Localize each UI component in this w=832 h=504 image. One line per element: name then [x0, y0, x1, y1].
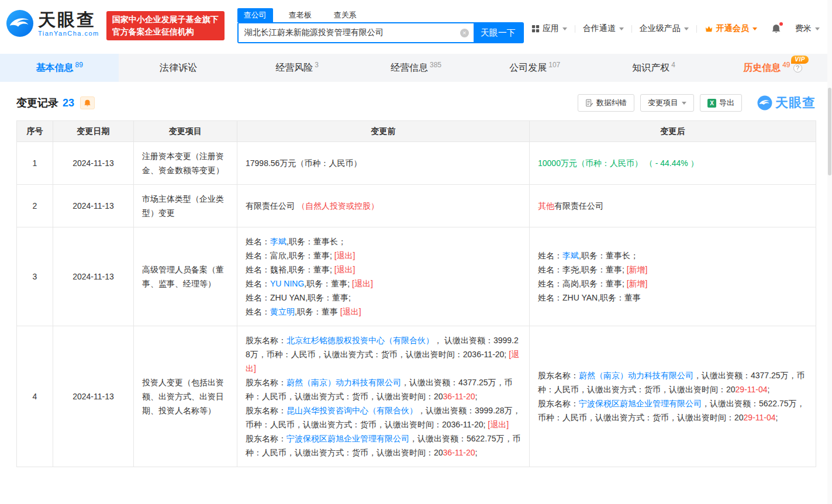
- tab-count: 385: [430, 61, 441, 69]
- notification-bell[interactable]: [765, 24, 788, 34]
- text-segment: 股东名称：: [246, 378, 286, 387]
- entity-link[interactable]: YU NING: [270, 279, 304, 288]
- menu-item-membership[interactable]: 开通会员: [697, 23, 765, 34]
- menu-item-label: 应用: [543, 23, 559, 34]
- chevron-down-icon: [684, 27, 689, 30]
- change-line: 姓名：魏裕,职务：董事; [退出]: [246, 263, 521, 277]
- status-tag: [新增]: [627, 265, 648, 274]
- status-tag: [退出]: [334, 251, 355, 260]
- tab-count: 89: [75, 61, 82, 69]
- status-tag: 36-11-20: [443, 448, 475, 457]
- cell-date: 2024-11-13: [53, 227, 134, 326]
- text-segment: ,职务：董事长；: [579, 251, 638, 260]
- col-header-no: 序号: [17, 121, 53, 142]
- menu-item-cooperation[interactable]: 合作通道: [575, 23, 631, 34]
- cell-before: 姓名：李斌,职务：董事长；姓名：富欣,职务：董事; [退出]姓名：魏裕,职务：董…: [237, 227, 530, 326]
- excel-icon: X: [707, 99, 716, 108]
- certification-badge-line2: 官方备案企业征信机构: [112, 26, 219, 38]
- certification-badge-line1: 国家中小企业发展子基金旗下: [112, 13, 219, 26]
- col-header-after: 变更后: [530, 121, 816, 142]
- entity-link[interactable]: 黄立明: [270, 307, 295, 316]
- cell-no: 1: [17, 142, 53, 185]
- entity-link[interactable]: 蔚然（南京）动力科技有限公司: [286, 378, 401, 387]
- text-segment: ;: [475, 448, 478, 457]
- chevron-down-icon: [562, 27, 567, 30]
- export-button[interactable]: X 导出: [700, 94, 742, 112]
- status-tag: [退出]: [340, 307, 361, 316]
- section-title-group: 变更记录 23: [16, 96, 95, 110]
- entity-link[interactable]: 北京红杉铭德股权投资中心（有限合伙）: [286, 336, 434, 345]
- change-line: 股东名称：北京红杉铭德股权投资中心（有限合伙）， 认缴出资额：3999.28万，…: [246, 333, 521, 375]
- change-line: 姓名：富欣,职务：董事; [退出]: [246, 248, 521, 263]
- detail-nav: 基本信息 89 法律诉讼 经营风险 3 经营信息 385 公司发展 107 知识…: [0, 54, 832, 82]
- entity-link[interactable]: 宁波保税区蔚旭企业管理有限公司: [286, 434, 409, 443]
- status-tag: 29-11-04: [744, 413, 776, 422]
- cell-item: 注册资本变更（注册资金、资金数额等变更）: [134, 142, 237, 185]
- text-segment: 姓名：: [246, 279, 270, 288]
- help-icon[interactable]: ?: [793, 64, 802, 73]
- cell-item: 市场主体类型（企业类型）变更: [134, 185, 237, 227]
- search-tab-company[interactable]: 查公司: [237, 8, 273, 22]
- text-segment: 股东名称：: [246, 434, 286, 443]
- text-segment: 10000万元（币种：人民币） （ - 44.44% ）: [538, 158, 699, 168]
- entity-link[interactable]: 昆山兴华投资咨询中心（有限合伙）: [286, 406, 417, 415]
- entity-link[interactable]: 李斌: [562, 251, 579, 260]
- tab-operation-risk[interactable]: 经营风险 3: [238, 54, 357, 82]
- menu-item-enterprise-products[interactable]: 企业级产品: [632, 23, 696, 34]
- status-tag: （自然人投资或控股）: [297, 201, 379, 210]
- search-tab-boss[interactable]: 查老板: [282, 8, 318, 22]
- text-segment: ;: [768, 385, 770, 394]
- entity-link[interactable]: 蔚然（南京）动力科技有限公司: [579, 371, 693, 380]
- change-line: 姓名：李斌,职务：董事长；: [538, 248, 807, 263]
- tab-legal-proceedings[interactable]: 法律诉讼: [119, 54, 237, 82]
- menu-item-apps[interactable]: 应用: [524, 23, 575, 34]
- status-tag: 其他: [538, 201, 554, 210]
- scrollbar-thumb[interactable]: [828, 88, 831, 175]
- change-line: 股东名称：蔚然（南京）动力科技有限公司，认缴出资额：4377.25万，币种：人民…: [246, 375, 521, 403]
- text-segment: 姓名：富欣,职务：董事;: [246, 251, 334, 260]
- tab-basic-info[interactable]: 基本信息 89: [0, 54, 119, 82]
- subscribe-bell-icon: [84, 99, 91, 107]
- tab-label: 知识产权: [632, 62, 669, 74]
- entity-link[interactable]: 李斌: [270, 237, 286, 246]
- cell-after: 其他有限责任公司: [530, 185, 816, 227]
- section-head: 变更记录 23 数据纠错 变更项目 X 导出: [16, 94, 816, 112]
- table-header-row: 序号 变更日期 变更项目 变更前 变更后: [17, 121, 816, 142]
- status-tag: [新增]: [627, 279, 648, 288]
- search-button[interactable]: 天眼一下: [474, 23, 523, 42]
- text-segment: 姓名：魏裕,职务：董事;: [246, 265, 334, 274]
- search-tab-relation[interactable]: 查关系: [327, 8, 363, 22]
- search-input[interactable]: [239, 23, 474, 42]
- text-segment: 股东名称：: [246, 336, 286, 345]
- change-line: 有限责任公司 （自然人投资或控股）: [246, 199, 521, 213]
- status-tag: [退出]: [488, 420, 509, 429]
- search-tabs: 查公司 查老板 查关系: [237, 8, 524, 22]
- tab-company-development[interactable]: 公司发展 107: [475, 54, 594, 82]
- chevron-down-icon: [619, 27, 624, 30]
- table-row: 22024-11-13市场主体类型（企业类型）变更有限责任公司 （自然人投资或控…: [17, 185, 816, 227]
- menu-item-label: 合作通道: [583, 23, 616, 34]
- subscribe-bell-button[interactable]: [80, 96, 95, 109]
- status-tag: 29-11-04: [736, 385, 768, 394]
- grid-icon: [531, 25, 540, 33]
- clear-search-icon[interactable]: ×: [460, 29, 469, 37]
- tab-operation-info[interactable]: 经营信息 385: [357, 54, 475, 82]
- change-line: 姓名：黄立明,职务：董事 [退出]: [246, 305, 521, 319]
- text-segment: 股东名称：: [538, 399, 579, 408]
- menu-item-user[interactable]: 费米: [788, 23, 827, 34]
- tianyancha-logo[interactable]: 天眼查 TianYanCha.com: [6, 9, 99, 37]
- text-segment: 有限责任公司: [554, 201, 603, 210]
- tab-count: 3: [315, 61, 319, 69]
- chevron-down-icon: [752, 27, 757, 30]
- page-scrollbar[interactable]: [827, 0, 832, 504]
- text-segment: ,职务：董事长；: [286, 237, 346, 246]
- logo-text-block: 天眼查 TianYanCha.com: [38, 10, 99, 37]
- tab-history-info[interactable]: VIP 历史信息 49 ?: [713, 54, 832, 82]
- crown-icon: [705, 25, 713, 33]
- tab-intellectual-property[interactable]: 知识产权 4: [594, 54, 713, 82]
- change-item-filter-button[interactable]: 变更项目: [640, 94, 694, 112]
- change-line: 17998.56万元（币种：人民币）: [246, 156, 521, 170]
- change-record-table: 序号 变更日期 变更项目 变更前 变更后 12024-11-13注册资本变更（注…: [16, 120, 816, 467]
- data-correction-button[interactable]: 数据纠错: [578, 94, 634, 112]
- entity-link[interactable]: 宁波保税区蔚旭企业管理有限公司: [579, 399, 702, 408]
